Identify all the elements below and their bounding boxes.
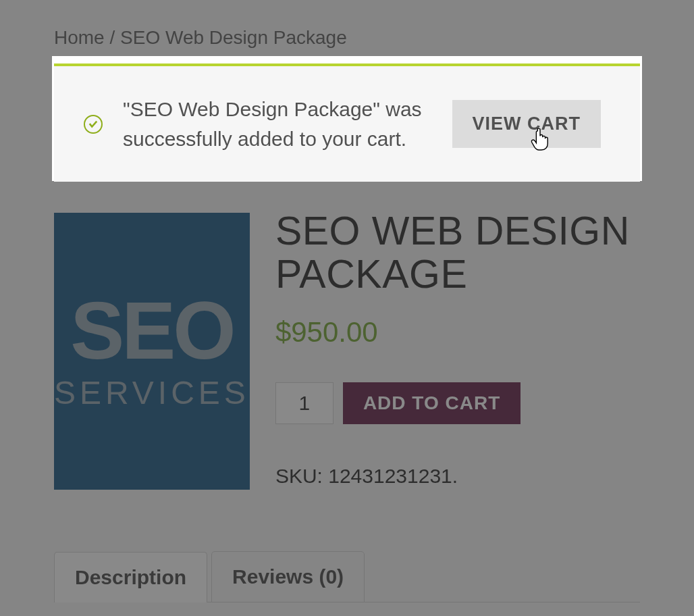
- notice-message: "SEO Web Design Package" was successfull…: [123, 95, 432, 153]
- sku-value: 12431231231: [328, 465, 452, 487]
- product-tabs: Description Reviews (0): [54, 550, 640, 602]
- breadcrumb-separator: /: [109, 27, 120, 48]
- product-title: SEO WEB DESIGN PACKAGE: [275, 210, 640, 296]
- breadcrumb-home-link[interactable]: Home: [54, 27, 105, 48]
- breadcrumb: Home / SEO Web Design Package: [54, 27, 640, 49]
- sku-label: SKU:: [275, 465, 323, 487]
- product-image-text-2: SERVICES: [54, 374, 250, 411]
- sku-line: SKU: 12431231231.: [275, 465, 640, 488]
- tab-reviews[interactable]: Reviews (0): [211, 551, 365, 602]
- view-cart-button[interactable]: VIEW CART: [452, 100, 602, 148]
- breadcrumb-current: SEO Web Design Package: [120, 27, 347, 48]
- product-image-text-1: SEO: [70, 292, 233, 369]
- add-to-cart-form: ADD TO CART: [275, 382, 640, 424]
- product-price: $950.00: [275, 316, 640, 349]
- cart-success-notice: "SEO Web Design Package" was successfull…: [54, 63, 640, 182]
- quantity-input[interactable]: [275, 382, 333, 424]
- checkmark-circle-icon: [84, 115, 103, 134]
- tab-description[interactable]: Description: [54, 552, 207, 602]
- product-image[interactable]: SEO SERVICES: [54, 213, 250, 490]
- add-to-cart-button[interactable]: ADD TO CART: [343, 382, 520, 424]
